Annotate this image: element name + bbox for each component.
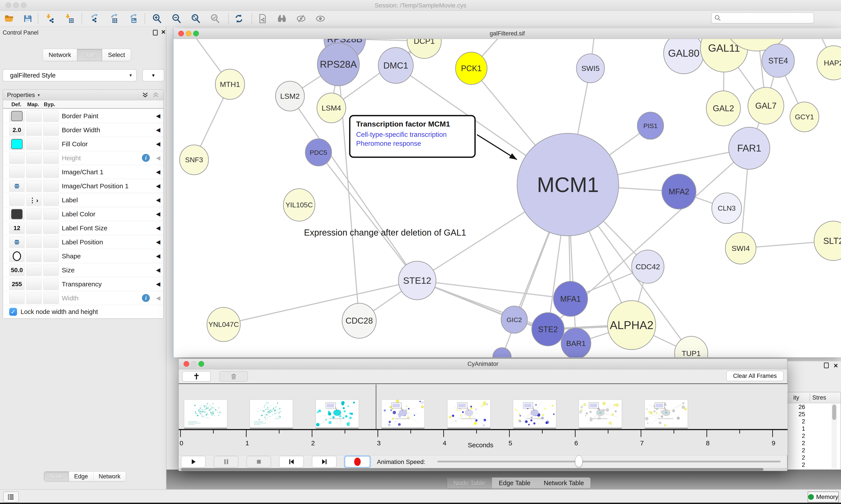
expand-arrow-icon[interactable]: ◀ bbox=[156, 267, 160, 273]
default-value-cell[interactable] bbox=[9, 152, 24, 164]
expand-arrow-icon[interactable]: ◀ bbox=[156, 183, 160, 190]
tab-edge-table[interactable]: Edge Table bbox=[492, 478, 537, 488]
network-node-dcp1[interactable]: DCP1 bbox=[407, 39, 441, 58]
frame-thumbnail-3[interactable] bbox=[381, 399, 425, 428]
info-icon[interactable]: i bbox=[142, 154, 150, 162]
frame-thumbnail-0[interactable] bbox=[184, 399, 227, 428]
bypass-cell[interactable] bbox=[43, 152, 59, 164]
expand-arrow-icon[interactable]: ◀ bbox=[156, 239, 160, 246]
expand-all-icon[interactable] bbox=[142, 91, 149, 99]
info-icon[interactable]: i bbox=[142, 294, 150, 302]
zoom-out-icon[interactable] bbox=[170, 12, 183, 25]
table-scrollbar[interactable] bbox=[831, 404, 837, 469]
frame-thumbnail-5[interactable] bbox=[513, 399, 556, 428]
mapping-cell[interactable] bbox=[26, 250, 42, 262]
property-row-border-paint[interactable]: Border Paint◀ bbox=[3, 109, 163, 123]
pause-button[interactable] bbox=[214, 456, 238, 468]
bypass-cell[interactable] bbox=[43, 180, 59, 192]
network-caption[interactable]: Expression change after deletion of GAL1 bbox=[304, 228, 466, 237]
property-row-shape[interactable]: Shape◀ bbox=[3, 249, 163, 263]
mapping-cell[interactable] bbox=[26, 222, 42, 234]
stop-button[interactable] bbox=[246, 456, 271, 468]
default-value-cell[interactable] bbox=[9, 194, 24, 206]
expand-arrow-icon[interactable]: ◀ bbox=[156, 112, 160, 119]
network-node-cln3[interactable]: CLN3 bbox=[712, 193, 741, 223]
network-node-pdc5[interactable]: PDC5 bbox=[305, 139, 332, 166]
default-value-cell[interactable] bbox=[9, 292, 24, 304]
export-table-icon[interactable] bbox=[107, 12, 120, 25]
default-value-cell[interactable] bbox=[9, 250, 24, 262]
property-row-label[interactable]: ⋮›Label◀ bbox=[3, 193, 163, 207]
network-node-bar1[interactable]: BAR1 bbox=[561, 328, 591, 357]
network-node-pck1[interactable]: PCK1 bbox=[455, 52, 487, 85]
memory-button[interactable]: Memory bbox=[808, 491, 839, 502]
network-node-mcm1[interactable]: MCM1 bbox=[517, 133, 619, 236]
expand-arrow-icon[interactable]: ◀ bbox=[156, 224, 160, 231]
import-network-icon[interactable] bbox=[44, 12, 56, 25]
export-network-icon[interactable] bbox=[87, 12, 100, 25]
slider-thumb[interactable] bbox=[575, 455, 583, 467]
property-row-transparency[interactable]: 255Transparency◀ bbox=[3, 277, 163, 291]
frame-thumbnail-2[interactable] bbox=[316, 399, 359, 428]
bypass-cell[interactable] bbox=[43, 222, 59, 234]
default-value-cell[interactable] bbox=[9, 166, 24, 178]
expand-arrow-icon[interactable]: ◀ bbox=[156, 281, 160, 287]
mapping-cell[interactable] bbox=[26, 124, 42, 136]
network-node-mfa1[interactable]: MFA1 bbox=[553, 281, 588, 317]
tab-node[interactable]: Node bbox=[44, 472, 69, 481]
refresh-icon[interactable] bbox=[233, 12, 245, 25]
network-node-ste2[interactable]: STE2 bbox=[532, 313, 564, 346]
network-node-gal80[interactable]: GAL80 bbox=[664, 39, 704, 74]
default-value-cell[interactable]: 12 bbox=[9, 222, 24, 234]
tab-network-bottom[interactable]: Network bbox=[93, 472, 126, 481]
default-value-cell[interactable] bbox=[9, 110, 24, 122]
bypass-cell[interactable] bbox=[43, 278, 59, 290]
annotation-link[interactable]: Pheromone response bbox=[356, 139, 475, 148]
export-image-icon[interactable] bbox=[126, 12, 139, 25]
bypass-cell[interactable] bbox=[43, 166, 59, 178]
annotation-link[interactable]: Cell-type-specific transcription bbox=[356, 130, 475, 139]
float-panel-icon[interactable] bbox=[824, 363, 829, 368]
tab-select[interactable]: Select bbox=[102, 49, 131, 61]
network-node-ste4[interactable]: STE4 bbox=[762, 44, 794, 77]
property-row-label-font-size[interactable]: 12Label Font Size◀ bbox=[3, 221, 163, 235]
mapping-cell[interactable]: ⋮› bbox=[26, 194, 42, 206]
annotation-box[interactable]: Transcription factor MCM1 Cell-type-spec… bbox=[349, 115, 476, 158]
delete-frame-button[interactable] bbox=[219, 371, 248, 382]
record-button[interactable] bbox=[344, 456, 370, 468]
mapping-cell[interactable] bbox=[26, 138, 42, 150]
network-node-yil105c[interactable]: YIL105C bbox=[283, 189, 315, 221]
network-node-ynl047c[interactable]: YNL047C bbox=[207, 307, 240, 342]
column-header[interactable]: ity bbox=[788, 394, 799, 401]
network-node-gic2[interactable]: GIC2 bbox=[501, 306, 527, 333]
network-node-rps28a[interactable]: RPS28A bbox=[317, 43, 359, 86]
network-node-tup1[interactable]: TUP1 bbox=[675, 336, 708, 357]
expand-arrow-icon[interactable]: ◀ bbox=[156, 168, 160, 175]
tab-style[interactable]: Style bbox=[77, 49, 102, 61]
expand-arrow-icon[interactable]: ◀ bbox=[156, 253, 160, 259]
column-header[interactable]: Stres bbox=[812, 394, 826, 401]
expand-arrow-icon[interactable]: ◀ bbox=[156, 127, 160, 133]
task-history-button[interactable] bbox=[3, 491, 19, 502]
network-node-cutp[interactable] bbox=[493, 348, 511, 357]
network-node-snf3[interactable]: SNF3 bbox=[180, 145, 209, 175]
close-panel-icon[interactable]: × bbox=[834, 363, 838, 368]
mapping-cell[interactable] bbox=[26, 166, 42, 178]
search-input[interactable] bbox=[721, 15, 809, 21]
bypass-cell[interactable] bbox=[43, 110, 59, 122]
tab-network[interactable]: Network bbox=[43, 49, 77, 61]
network-node-ste12[interactable]: STE12 bbox=[398, 261, 436, 300]
playhead[interactable] bbox=[376, 384, 376, 430]
frame-thumbnail-1[interactable] bbox=[250, 399, 293, 428]
mapping-cell[interactable] bbox=[26, 278, 42, 290]
frame-thumbnail-6[interactable] bbox=[579, 399, 622, 428]
expand-arrow-icon[interactable]: ◀ bbox=[156, 141, 160, 147]
mapping-cell[interactable] bbox=[26, 236, 42, 248]
open-folder-icon[interactable] bbox=[3, 12, 15, 25]
tab-node-table[interactable]: Node Table bbox=[447, 478, 492, 488]
global-search[interactable] bbox=[711, 12, 814, 24]
cyanimator-titlebar[interactable]: CyAnimator bbox=[179, 359, 787, 370]
property-row-fill-color[interactable]: Fill Color◀ bbox=[3, 137, 163, 151]
expand-arrow-icon[interactable]: ◀ bbox=[156, 155, 160, 161]
property-row-label-color[interactable]: Label Color◀ bbox=[3, 207, 163, 221]
